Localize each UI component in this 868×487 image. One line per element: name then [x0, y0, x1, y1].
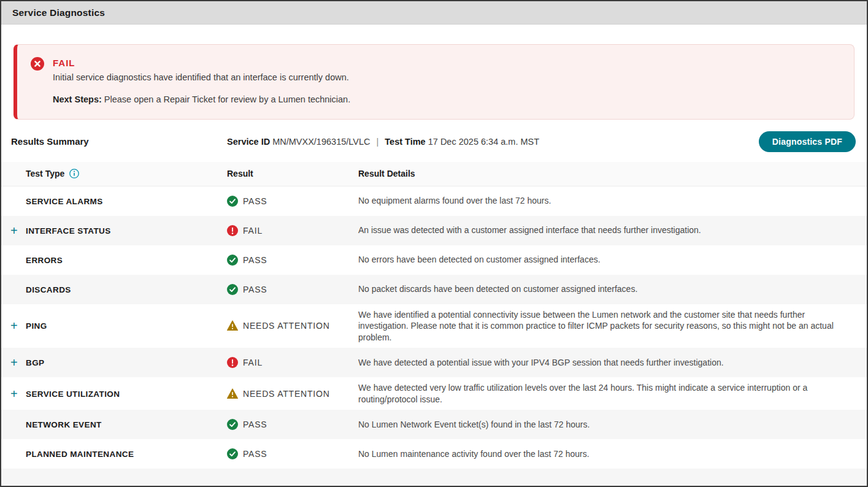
result-details: We have identified a potential connectiv… — [358, 309, 867, 343]
diagnostics-pdf-button[interactable]: Diagnostics PDF — [759, 131, 856, 152]
service-id-value: MN/MVXX/196315/LVLC — [272, 137, 370, 147]
service-diagnostics-panel: Service Diagnostics FAIL Initial service… — [0, 0, 868, 487]
result-label: PASS — [243, 420, 267, 429]
test-type-cell: + SERVICE UTILIZATION — [1, 389, 227, 399]
result-details: An issue was detected with a customer as… — [358, 224, 867, 236]
result-cell: FAIL — [227, 225, 358, 236]
result-details: We have detected very low traffic utiliz… — [358, 382, 867, 405]
meta-separator: | — [373, 137, 383, 147]
result-cell: PASS — [227, 255, 358, 266]
warning-triangle-icon — [227, 320, 238, 331]
test-type-label: SERVICE ALARMS — [26, 197, 103, 206]
test-type-cell: + PING — [1, 321, 227, 331]
test-type-cell: + BGP — [1, 358, 227, 367]
titlebar: Service Diagnostics — [1, 1, 867, 25]
table-row: + INTERFACE STATUS FAIL An issue was det… — [1, 216, 867, 245]
warning-triangle-icon — [227, 388, 238, 399]
result-label: NEEDS ATTENTION — [243, 321, 330, 331]
test-type-label: SERVICE UTILIZATION — [26, 389, 120, 399]
result-label: PASS — [243, 285, 267, 294]
expand-plus-icon[interactable]: + — [10, 224, 18, 237]
table-row: + PLANNED MAINTENANCE PASS No Lumen main… — [1, 439, 867, 469]
header-test-type: Test Type — [1, 169, 227, 178]
test-type-cell: + INTERFACE STATUS — [1, 226, 227, 236]
check-circle-icon — [227, 419, 238, 430]
test-type-cell: + ERRORS — [1, 255, 227, 265]
result-label: FAIL — [243, 358, 263, 367]
result-details: No errors have been detected on customer… — [358, 254, 867, 265]
test-time-value: 17 Dec 2025 6:34 a.m. MST — [428, 137, 539, 147]
exclamation-circle-icon — [227, 225, 238, 236]
test-type-label: ERRORS — [26, 256, 63, 265]
result-label: PASS — [243, 449, 267, 459]
result-details: No packet discards have been detected on… — [358, 283, 867, 294]
next-steps-text: Please open a Repair Ticket for review b… — [104, 94, 350, 104]
test-type-cell: + PLANNED MAINTENANCE — [1, 449, 227, 459]
result-details: No Lumen Network Event ticket(s) found i… — [358, 419, 867, 430]
test-type-label: INTERFACE STATUS — [26, 226, 111, 236]
error-x-circle-icon — [31, 57, 44, 71]
expand-plus-icon[interactable]: + — [10, 320, 18, 332]
result-cell: FAIL — [227, 357, 358, 368]
result-label: PASS — [243, 255, 267, 265]
table-row: + SERVICE ALARMS PASS No equipment alarm… — [1, 186, 867, 216]
table-row: + PING NEEDS ATTENTION We have identifie… — [1, 304, 867, 348]
table-header-row: Test Type Result Result Details — [1, 162, 867, 186]
next-steps-label: Next Steps: — [53, 94, 102, 104]
result-cell: PASS — [227, 196, 358, 207]
header-result-details: Result Details — [358, 169, 867, 178]
check-circle-icon — [227, 196, 238, 207]
test-type-cell: + NETWORK EVENT — [1, 420, 227, 429]
alert-next-steps: Next Steps: Please open a Repair Ticket … — [53, 94, 839, 104]
footer-band — [1, 469, 867, 486]
table-row: + ERRORS PASS No errors have been detect… — [1, 245, 867, 275]
test-type-label: PLANNED MAINTENANCE — [26, 450, 134, 459]
info-circle-icon[interactable] — [69, 169, 79, 178]
exclamation-circle-icon — [227, 357, 238, 368]
check-circle-icon — [227, 284, 238, 295]
service-meta: Service ID MN/MVXX/196315/LVLC | Test Ti… — [227, 137, 759, 147]
test-type-label: DISCARDS — [26, 285, 71, 294]
result-label: PASS — [243, 196, 267, 206]
table-row: + BGP FAIL We have detected a potential … — [1, 348, 867, 377]
table-row: + SERVICE UTILIZATION NEEDS ATTENTION We… — [1, 377, 867, 410]
test-type-cell: + SERVICE ALARMS — [1, 196, 227, 206]
result-cell: PASS — [227, 448, 358, 459]
result-cell: NEEDS ATTENTION — [227, 388, 358, 399]
results-table: Test Type Result Result Details + SERVIC… — [1, 162, 867, 486]
header-result: Result — [227, 169, 358, 178]
alert-message: Initial service diagnostics have identif… — [53, 72, 839, 82]
result-label: NEEDS ATTENTION — [243, 389, 330, 399]
table-row: + DISCARDS PASS No packet discards have … — [1, 275, 867, 304]
result-cell: PASS — [227, 419, 358, 430]
test-time-label: Test Time — [385, 137, 425, 147]
result-details: No equipment alarms found over the last … — [358, 195, 867, 206]
result-cell: NEEDS ATTENTION — [227, 320, 358, 331]
check-circle-icon — [227, 255, 238, 266]
expand-plus-icon[interactable]: + — [10, 356, 18, 369]
test-type-label: PING — [26, 321, 47, 331]
fail-alert-banner: FAIL Initial service diagnostics have id… — [13, 44, 855, 120]
results-summary-bar: Results Summary Service ID MN/MVXX/19631… — [1, 129, 867, 155]
test-type-header-label: Test Type — [26, 169, 64, 178]
alert-status-text: FAIL — [53, 58, 839, 68]
result-cell: PASS — [227, 284, 358, 295]
results-summary-title: Results Summary — [11, 136, 227, 147]
result-label: FAIL — [243, 226, 263, 236]
test-type-label: BGP — [26, 358, 44, 367]
table-row: + NETWORK EVENT PASS No Lumen Network Ev… — [1, 410, 867, 439]
result-details: No Lumen maintenance activity found over… — [358, 448, 867, 459]
expand-plus-icon[interactable]: + — [10, 388, 18, 400]
test-type-cell: + DISCARDS — [1, 285, 227, 294]
page-title: Service Diagnostics — [12, 7, 105, 18]
service-id-label: Service ID — [227, 137, 270, 147]
result-details: We have detected a potential issue with … — [358, 357, 867, 368]
check-circle-icon — [227, 448, 238, 459]
table-body: + SERVICE ALARMS PASS No equipment alarm… — [1, 186, 867, 469]
test-type-label: NETWORK EVENT — [26, 420, 102, 429]
